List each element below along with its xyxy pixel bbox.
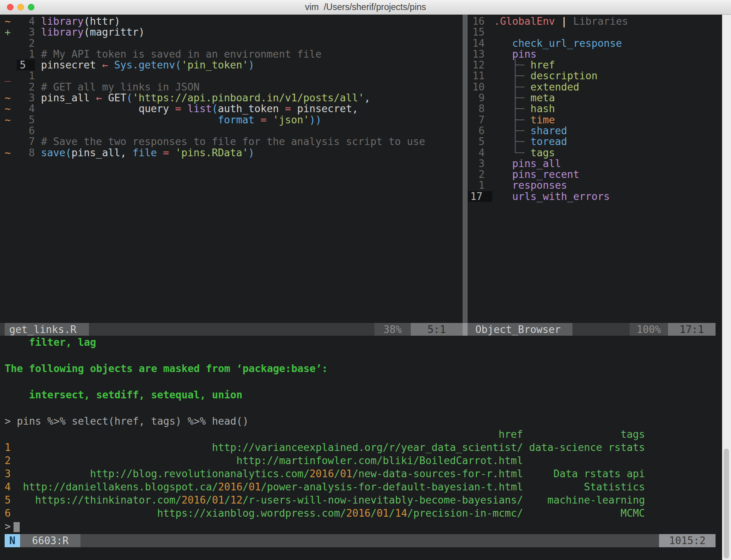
object-browser-line[interactable]: 16.GlobalEnv | Libraries xyxy=(468,16,726,27)
code-token: = xyxy=(285,103,297,114)
code-line[interactable]: _1 xyxy=(0,70,463,81)
code-token: file xyxy=(133,147,163,159)
code-line[interactable]: ~3pins_all ← GET('https://api.pinboard.i… xyxy=(0,92,463,103)
object-name: .GlobalEnv | Libraries xyxy=(485,15,628,27)
code-token: query xyxy=(41,103,175,114)
scrollbar-thumb[interactable] xyxy=(724,449,729,558)
object-token xyxy=(555,15,561,27)
object-name: pins_recent xyxy=(485,169,579,180)
line-number: 4 xyxy=(17,103,35,114)
table-text: /r-users-will-now-inevitably-become-baye… xyxy=(243,494,645,506)
line-number: 3 xyxy=(17,92,35,103)
line-number: 7 xyxy=(17,136,35,147)
row-index: 5 xyxy=(5,494,11,506)
object-browser-line[interactable]: 2 pins_recent xyxy=(468,169,726,180)
prompt-char: > xyxy=(5,521,11,532)
code-token: list xyxy=(187,103,212,114)
code-text xyxy=(35,38,41,49)
gitgutter-sign: ~ xyxy=(0,92,17,103)
object-browser-line[interactable]: 15 xyxy=(468,27,726,38)
line-number: 1 xyxy=(468,180,485,191)
object-name: pins_all xyxy=(485,158,561,169)
row-index: 4 xyxy=(5,481,11,493)
line-number: 8 xyxy=(468,103,485,114)
object-browser-line[interactable]: 8 ├─ hash xyxy=(468,103,726,114)
row-index: 2 xyxy=(5,455,11,466)
code-line[interactable]: 5pinsecret ← Sys.getenv('pin_token') xyxy=(0,60,463,70)
object-browser-line[interactable]: 4 └─ tags xyxy=(468,147,726,158)
code-text: pinsecret ← Sys.getenv('pin_token') xyxy=(35,59,254,71)
object-browser-line[interactable]: 9 ├─ meta xyxy=(468,92,726,103)
object-token: shared xyxy=(531,125,567,137)
line-number: 14 xyxy=(468,38,485,49)
code-line[interactable]: 6 xyxy=(0,125,463,136)
terminal-cursor xyxy=(14,522,20,532)
statusline-percent-left: 38% xyxy=(374,323,411,336)
object-browser-line[interactable]: 10 ├─ extended xyxy=(468,82,726,92)
code-text: query = list(auth_token = pinsecret, xyxy=(35,103,358,114)
code-text: format = 'json')) xyxy=(35,114,321,126)
code-text: pins_all ← GET('https://api.pinboard.in/… xyxy=(35,92,370,104)
object-browser-line[interactable]: 5 ├─ toread xyxy=(468,136,726,147)
code-line[interactable]: 2# GET all my links in JSON xyxy=(0,82,463,92)
url-number: 12 xyxy=(230,494,243,506)
line-number: 8 xyxy=(17,147,35,158)
code-text xyxy=(35,125,41,137)
table-text: http://martinfowler.com/bliki/BoiledCarr… xyxy=(11,455,645,466)
object-token: urls_with_errors xyxy=(494,191,610,202)
table-text: https://xianblog.wordpress.com/ xyxy=(11,507,346,519)
line-number: 17 xyxy=(468,191,492,202)
gitgutter-sign: + xyxy=(0,27,17,38)
code-line[interactable]: 7# Save the two responses to file for th… xyxy=(0,136,463,147)
object-browser-line[interactable]: 13 pins xyxy=(468,49,726,60)
code-editor-pane[interactable]: ~4library(httr)+3library(magrittr)21# My… xyxy=(0,16,463,158)
object-browser-line[interactable]: 12 ├─ href xyxy=(468,60,726,70)
object-browser-line[interactable]: 11 ├─ description xyxy=(468,70,726,81)
code-token: auth_token xyxy=(218,103,285,114)
object-token: check_url_response xyxy=(494,38,622,49)
object-browser-line[interactable]: 14 check_url_response xyxy=(468,38,726,49)
console-command: > pins %>% select(href, tags) %>% head() xyxy=(5,415,720,428)
object-token: ├─ xyxy=(494,103,531,114)
object-browser-line[interactable]: 17 urls_with_errors xyxy=(468,191,726,202)
object-token: responses xyxy=(494,179,567,191)
code-token: GET xyxy=(108,92,126,104)
code-line[interactable]: 1# My API token is saved in an environme… xyxy=(0,49,463,60)
code-token: ( xyxy=(212,103,218,114)
code-token: ) xyxy=(248,59,254,71)
code-line[interactable]: ~5 format = 'json')) xyxy=(0,114,463,125)
window-title: vim /Users/sherif/projects/pins xyxy=(0,0,731,15)
code-line[interactable]: +3library(magrittr) xyxy=(0,27,463,38)
code-text xyxy=(35,70,41,82)
code-token: (httr) xyxy=(84,15,120,27)
console-table-row: 4 http://daniellakens.blogspot.ca/2016/0… xyxy=(5,480,720,493)
code-text: # My API token is saved in an environmen… xyxy=(35,48,321,60)
object-browser-pane[interactable]: 16.GlobalEnv | Libraries1514 check_url_r… xyxy=(468,16,726,202)
pane-separator[interactable] xyxy=(463,15,468,323)
code-token: = xyxy=(163,147,175,159)
url-number: 01 xyxy=(249,481,261,493)
code-token: format xyxy=(218,114,260,126)
line-number: 5 xyxy=(17,114,35,125)
code-token: ( xyxy=(126,92,133,104)
code-line[interactable]: ~8save(pins_all, file = 'pins.RData') xyxy=(0,147,463,158)
vim-mode-indicator: N xyxy=(5,534,20,547)
object-browser-line[interactable]: 7 ├─ time xyxy=(468,114,726,125)
code-token: 'https://api.pinboard.in/v1/posts/all' xyxy=(133,92,364,104)
console-message xyxy=(5,375,720,388)
statusline-separator-notch xyxy=(463,323,468,336)
line-number: 7 xyxy=(468,114,485,125)
object-token: Libraries xyxy=(573,15,628,27)
object-token: ├─ xyxy=(494,92,531,104)
code-text: save(pins_all, file = 'pins.RData') xyxy=(35,147,254,159)
code-line[interactable]: 2 xyxy=(0,38,463,49)
url-number: 01 xyxy=(340,468,352,480)
scrollbar-track[interactable] xyxy=(722,15,731,560)
object-browser-line[interactable]: 1 responses xyxy=(468,180,726,191)
line-number: 3 xyxy=(468,158,485,169)
code-line[interactable]: ~4 query = list(auth_token = pinsecret, xyxy=(0,103,463,114)
object-browser-line[interactable]: 6 ├─ shared xyxy=(468,125,726,136)
code-line[interactable]: ~4library(httr) xyxy=(0,16,463,27)
object-browser-line[interactable]: 3 pins_all xyxy=(468,158,726,169)
line-number: 12 xyxy=(468,60,485,70)
